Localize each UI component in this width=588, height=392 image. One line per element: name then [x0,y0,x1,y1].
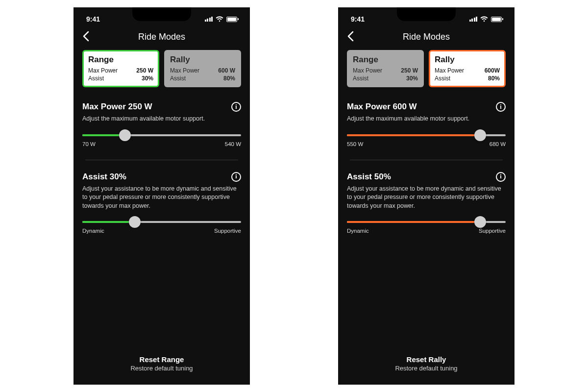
mode-card-title: Rally [435,55,500,65]
assist-slider[interactable]: Dynamic Supportive [347,221,506,234]
max-power-title: Max Power 600 W [347,102,417,112]
assist-slider[interactable]: Dynamic Supportive [82,221,241,234]
mode-card-rally[interactable]: Rally Max Power600 W Assist80% [164,50,241,87]
reset-footer[interactable]: Reset Range Restore default tuning [82,355,241,376]
info-icon[interactable]: i [496,172,506,182]
reset-subtitle: Restore default tuning [82,365,241,372]
slider-labels: 70 W 540 W [82,141,241,147]
info-icon[interactable]: i [496,102,506,112]
mode-card-maxpower: Max Power250 W [88,67,153,74]
reset-subtitle: Restore default tuning [347,365,506,372]
assist-title: Assist 50% [347,172,391,182]
mode-card-assist: Assist80% [435,74,500,82]
slider-max-label: 540 W [225,141,241,147]
notch [397,7,456,21]
mode-card-assist: Assist30% [353,74,418,82]
slider-fill [82,134,125,136]
mode-card-maxpower: Max Power600 W [170,67,235,74]
max-power-slider[interactable]: 550 W 680 W [347,134,506,147]
slider-track [82,134,241,136]
phone-screen-rally: 9:41 Ride Modes Range Max Power250 W Ass… [338,7,514,385]
header: Ride Modes [82,28,241,50]
slider-fill [82,221,135,223]
divider [350,160,503,160]
max-power-desc: Adjust the maximum available motor suppo… [82,115,241,123]
mode-cards: Range Max Power250 W Assist30% Rally Max… [347,50,506,87]
max-power-slider[interactable]: 70 W 540 W [82,134,241,147]
slider-min-label: 70 W [82,141,96,147]
wifi-icon [480,16,488,22]
slider-max-label: Supportive [214,228,241,234]
mode-card-assist: Assist80% [170,74,235,82]
max-power-section: Max Power 600 W i Adjust the maximum ava… [347,102,506,147]
chevron-left-icon [347,31,354,42]
slider-labels: 550 W 680 W [347,141,506,147]
slider-track [82,221,241,223]
back-button[interactable] [347,31,354,44]
slider-min-label: 550 W [347,141,363,147]
status-indicators [469,16,502,22]
mode-card-title: Range [353,55,418,65]
assist-section: Assist 50% i Adjust your assistance to b… [347,172,506,234]
battery-icon [491,17,502,22]
slider-thumb[interactable] [129,216,141,228]
header: Ride Modes [347,28,506,50]
slider-fill [347,221,480,223]
mode-card-maxpower: Max Power250 W [353,67,418,74]
reset-footer[interactable]: Reset Rally Restore default tuning [347,355,506,376]
slider-labels: Dynamic Supportive [347,228,506,234]
slider-max-label: 680 W [490,141,506,147]
info-icon[interactable]: i [231,172,241,182]
assist-desc: Adjust your assistance to be more dynami… [82,185,241,211]
mode-card-title: Rally [170,55,235,65]
phone-screen-range: 9:41 Ride Modes Range Max Power250 W Ass… [74,7,250,385]
slider-thumb[interactable] [474,129,486,141]
page-title: Ride Modes [138,32,185,42]
max-power-desc: Adjust the maximum available motor suppo… [347,115,506,123]
mode-card-range[interactable]: Range Max Power250 W Assist30% [347,50,424,87]
slider-track [347,221,506,223]
slider-max-label: Supportive [479,228,506,234]
reset-title: Reset Rally [347,355,506,364]
page-title: Ride Modes [403,32,450,42]
slider-min-label: Dynamic [82,228,104,234]
mode-card-rally[interactable]: Rally Max Power600W Assist80% [429,50,506,87]
max-power-section: Max Power 250 W i Adjust the maximum ava… [82,102,241,147]
mode-card-assist: Assist30% [88,74,153,82]
slider-fill [347,134,480,136]
reset-title: Reset Range [82,355,241,364]
slider-thumb[interactable] [119,129,131,141]
cellular-icon [205,17,213,22]
status-indicators [205,16,238,22]
slider-min-label: Dynamic [347,228,369,234]
wifi-icon [216,16,223,22]
battery-icon [226,17,237,22]
assist-title: Assist 30% [82,172,126,182]
slider-labels: Dynamic Supportive [82,228,241,234]
info-icon[interactable]: i [231,102,241,112]
status-time: 9:41 [351,15,365,23]
mode-cards: Range Max Power250 W Assist30% Rally Max… [82,50,241,87]
status-time: 9:41 [86,15,100,23]
back-button[interactable] [82,31,89,44]
mode-card-maxpower: Max Power600W [435,67,500,74]
slider-thumb[interactable] [474,216,486,228]
chevron-left-icon [82,31,89,42]
assist-section: Assist 30% i Adjust your assistance to b… [82,172,241,234]
cellular-icon [469,17,478,22]
notch [132,7,191,21]
assist-desc: Adjust your assistance to be more dynami… [347,185,506,211]
mode-card-title: Range [88,55,153,65]
mode-card-range[interactable]: Range Max Power250 W Assist30% [82,50,159,87]
max-power-title: Max Power 250 W [82,102,152,112]
slider-track [347,134,506,136]
divider [85,160,238,160]
